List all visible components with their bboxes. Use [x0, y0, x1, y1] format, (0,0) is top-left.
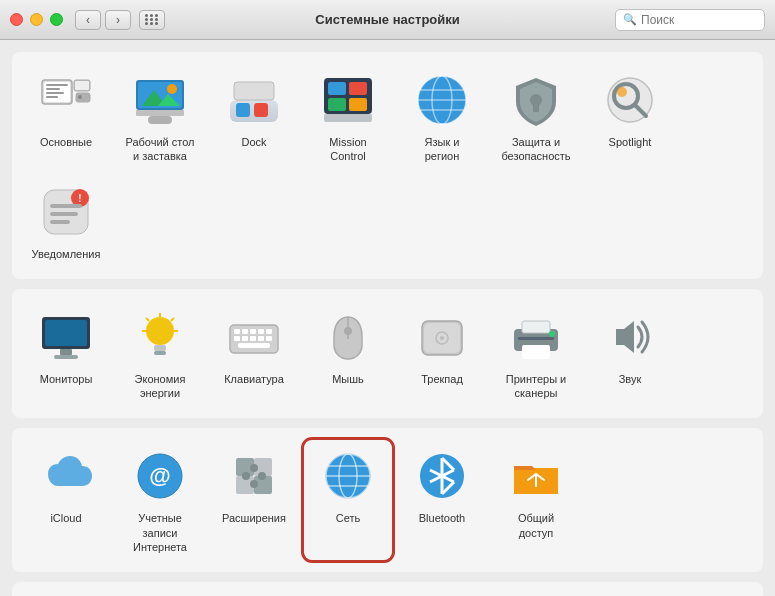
svg-rect-15 [136, 110, 184, 116]
pref-desktop[interactable]: Рабочий столи заставка [116, 64, 204, 170]
svg-rect-44 [50, 212, 78, 216]
pref-printers[interactable]: Принтеры исканеры [492, 301, 580, 407]
sharing-label: Общийдоступ [518, 511, 554, 540]
dock-label: Dock [241, 135, 266, 149]
mouse-label: Мышь [332, 372, 364, 386]
svg-rect-63 [266, 329, 272, 334]
pref-sharing[interactable]: Общийдоступ [492, 440, 580, 560]
svg-rect-23 [328, 82, 346, 95]
sound-icon [600, 307, 660, 367]
bluetooth-icon [412, 446, 472, 506]
main-content: Основные Рабочий столи заставк [0, 40, 775, 596]
svg-point-39 [617, 87, 627, 97]
titlebar: ‹ › Системные настройки 🔍 [0, 0, 775, 40]
pref-sound[interactable]: Звук [586, 301, 674, 407]
svg-rect-7 [75, 81, 89, 90]
svg-point-14 [167, 84, 177, 94]
pref-mission[interactable]: MissionControl [304, 64, 392, 170]
keyboard-label: Клавиатура [224, 372, 284, 386]
svg-rect-26 [349, 98, 367, 111]
grid-view-button[interactable] [139, 10, 165, 30]
svg-rect-27 [324, 114, 372, 122]
svg-rect-59 [234, 329, 240, 334]
notifications-label: Уведомления [32, 247, 101, 261]
pref-extensions[interactable]: Расширения [210, 440, 298, 560]
svg-rect-90 [258, 472, 266, 480]
keyboard-icon [224, 307, 284, 367]
svg-rect-16 [148, 116, 172, 124]
svg-rect-69 [238, 343, 270, 348]
svg-rect-25 [328, 98, 346, 111]
pref-notifications[interactable]: ! Уведомления [22, 176, 110, 267]
section-internet: iCloud @ Учетные записиИнтернета [12, 428, 763, 572]
dock-icon [224, 70, 284, 130]
svg-point-71 [344, 327, 352, 335]
pref-dock[interactable]: Dock [210, 64, 298, 170]
mission-icon [318, 70, 378, 130]
search-icon: 🔍 [623, 13, 637, 26]
traffic-lights [10, 13, 63, 26]
pref-lang[interactable]: Язык ирегион [398, 64, 486, 170]
svg-point-75 [440, 336, 444, 340]
svg-text:!: ! [78, 193, 81, 204]
pref-bluetooth[interactable]: Bluetooth [398, 440, 486, 560]
svg-rect-52 [154, 351, 166, 355]
svg-rect-21 [234, 82, 274, 100]
svg-rect-79 [518, 337, 554, 340]
svg-rect-89 [242, 472, 250, 480]
pref-energy[interactable]: Экономияэнергии [116, 301, 204, 407]
spotlight-label: Spotlight [609, 135, 652, 149]
osnovy-label: Основные [40, 135, 92, 149]
pref-mouse[interactable]: Мышь [304, 301, 392, 407]
monitors-icon [36, 307, 96, 367]
svg-rect-43 [50, 204, 82, 208]
svg-rect-48 [60, 349, 72, 355]
security-label: Защита ибезопасность [501, 135, 570, 164]
sound-label: Звук [619, 372, 642, 386]
close-button[interactable] [10, 13, 23, 26]
svg-point-80 [549, 331, 555, 337]
svg-rect-24 [349, 82, 367, 95]
nav-buttons: ‹ › [75, 10, 131, 30]
pref-accounts[interactable]: @ Учетные записиИнтернета [116, 440, 204, 560]
svg-point-20 [238, 105, 248, 115]
pref-osnovy[interactable]: Основные [22, 64, 110, 170]
pref-trackpad[interactable]: Трекпад [398, 301, 486, 407]
pref-monitors[interactable]: Мониторы [22, 301, 110, 407]
svg-rect-91 [250, 480, 258, 488]
pref-network[interactable]: Сеть [304, 440, 392, 560]
search-input[interactable] [641, 13, 757, 27]
svg-rect-77 [522, 321, 550, 333]
svg-rect-35 [533, 104, 539, 112]
section-system: Пользователии группы ★ Родительскийконтр… [12, 582, 763, 596]
trackpad-icon [412, 307, 472, 367]
printers-icon [506, 307, 566, 367]
accounts-label: Учетные записиИнтернета [120, 511, 200, 554]
svg-rect-67 [258, 336, 264, 341]
search-box[interactable]: 🔍 [615, 9, 765, 31]
network-label: Сеть [336, 511, 360, 525]
pref-icloud[interactable]: iCloud [22, 440, 110, 560]
back-button[interactable]: ‹ [75, 10, 101, 30]
energy-label: Экономияэнергии [135, 372, 186, 401]
desktop-label: Рабочий столи заставка [125, 135, 194, 164]
svg-rect-66 [250, 336, 256, 341]
svg-rect-2 [46, 84, 68, 86]
pref-spotlight[interactable]: Spotlight [586, 64, 674, 170]
svg-rect-3 [46, 88, 60, 90]
svg-rect-88 [250, 464, 258, 472]
svg-line-57 [171, 318, 174, 321]
pref-security[interactable]: Защита ибезопасность [492, 64, 580, 170]
svg-rect-60 [242, 329, 248, 334]
pref-keyboard[interactable]: Клавиатура [210, 301, 298, 407]
minimize-button[interactable] [30, 13, 43, 26]
svg-line-56 [146, 318, 149, 321]
zoom-button[interactable] [50, 13, 63, 26]
forward-button[interactable]: › [105, 10, 131, 30]
svg-rect-51 [154, 345, 166, 351]
spotlight-icon [600, 70, 660, 130]
svg-rect-65 [242, 336, 248, 341]
window-title: Системные настройки [315, 12, 460, 27]
svg-rect-19 [254, 103, 268, 117]
trackpad-label: Трекпад [421, 372, 463, 386]
